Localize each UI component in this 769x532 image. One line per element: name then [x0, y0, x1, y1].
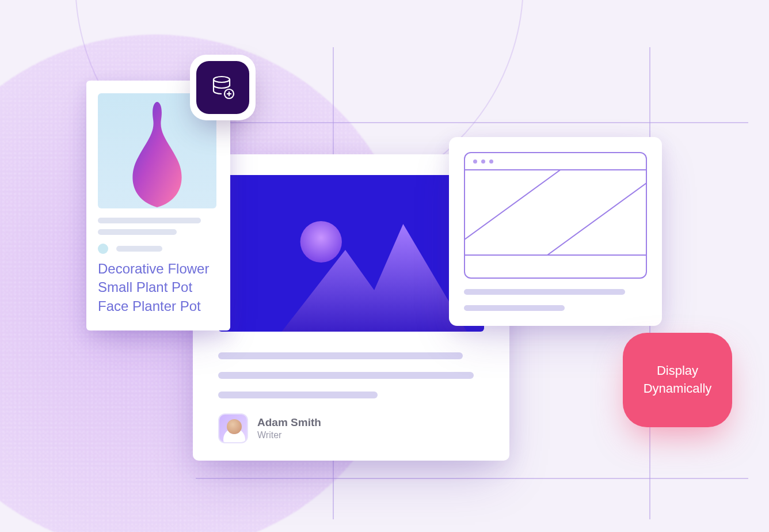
skeleton-line — [116, 246, 162, 252]
author-row: Adam Smith Writer — [218, 413, 484, 443]
database-add-icon — [196, 61, 249, 114]
svg-point-2 — [300, 221, 342, 263]
wireframe-card — [449, 137, 662, 326]
author-role: Writer — [257, 430, 321, 440]
browser-titlebar — [465, 153, 646, 170]
window-dot — [473, 159, 477, 164]
skeleton-line — [218, 392, 378, 398]
skeleton-line — [218, 372, 474, 379]
svg-point-0 — [214, 77, 230, 82]
author-avatar — [218, 413, 248, 443]
skeleton-line — [218, 352, 463, 359]
window-dot — [489, 159, 493, 164]
skeleton-line — [98, 229, 177, 235]
product-title: Decorative Flower Small Plant Pot Face P… — [98, 260, 219, 316]
grid-line — [196, 478, 748, 479]
grid-line — [196, 122, 748, 123]
database-badge — [190, 55, 256, 120]
skeleton-line — [464, 289, 625, 295]
cta-label: Display Dynamically — [644, 362, 712, 398]
article-hero-image — [218, 175, 484, 332]
display-dynamically-badge[interactable]: Display Dynamically — [623, 333, 732, 427]
skeleton-line — [464, 305, 565, 311]
author-name: Adam Smith — [257, 416, 321, 429]
skeleton-dot — [98, 244, 108, 254]
browser-body — [465, 170, 646, 256]
browser-frame — [464, 152, 647, 279]
window-dot — [481, 159, 485, 164]
skeleton-line — [98, 218, 201, 223]
vase-illustration — [120, 99, 195, 208]
